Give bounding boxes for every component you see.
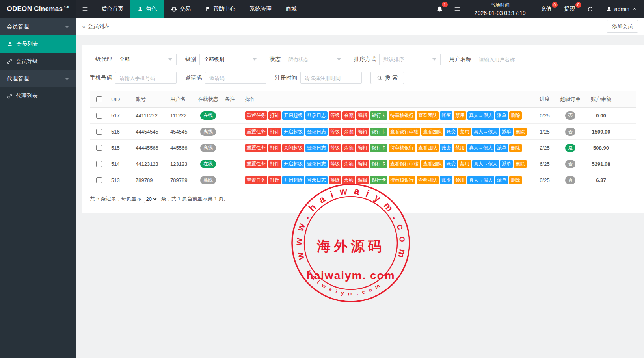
filter-select[interactable]: 全部级别 xyxy=(199,54,261,65)
action-button[interactable]: 余额 xyxy=(342,128,355,136)
action-button[interactable]: 查看团队 xyxy=(421,128,443,136)
action-button[interactable]: 编辑 xyxy=(356,111,369,120)
withdraw-link[interactable]: 提现 0 xyxy=(558,0,582,18)
action-button[interactable]: 禁用 xyxy=(458,128,471,136)
action-button[interactable]: 余额 xyxy=(342,160,355,168)
refresh-button[interactable] xyxy=(582,0,599,18)
nav-item-5[interactable]: 系统管理 xyxy=(242,0,279,18)
sidebar-item-2[interactable]: 会员列表 xyxy=(0,35,76,53)
action-button[interactable]: 重置任务 xyxy=(245,144,267,152)
action-button[interactable]: 余额 xyxy=(342,111,355,120)
action-button[interactable]: 打针 xyxy=(268,176,281,184)
action-button[interactable]: 开启超级 xyxy=(282,128,304,136)
action-button[interactable]: 删除 xyxy=(509,176,522,184)
action-button[interactable]: 删除 xyxy=(514,128,527,136)
add-member-button[interactable]: 添加会员 xyxy=(607,20,638,33)
action-button[interactable]: 银行卡 xyxy=(370,176,387,184)
action-button[interactable]: 编辑 xyxy=(356,160,369,168)
action-button[interactable]: 待审核银行 xyxy=(389,144,415,152)
action-button[interactable]: 真人→假人 xyxy=(467,111,494,120)
action-button[interactable]: 编辑 xyxy=(356,144,369,152)
action-button[interactable]: 查看团队 xyxy=(417,176,439,184)
action-button[interactable]: 登录日志 xyxy=(305,176,328,184)
action-button[interactable]: 等级 xyxy=(329,176,341,184)
action-button[interactable]: 重置任务 xyxy=(245,128,267,136)
row-checkbox[interactable] xyxy=(96,145,102,151)
action-button[interactable]: 派单 xyxy=(500,160,513,168)
action-button[interactable]: 真人→假人 xyxy=(467,176,494,184)
select-all-checkbox[interactable] xyxy=(96,96,102,102)
action-button[interactable]: 等级 xyxy=(329,111,341,120)
action-button[interactable]: 真人→假人 xyxy=(472,128,499,136)
action-button[interactable]: 登录日志 xyxy=(305,128,328,136)
filter-select[interactable]: 全部 xyxy=(115,54,177,65)
action-button[interactable]: 打针 xyxy=(268,144,281,152)
search-button[interactable]: 搜 索 xyxy=(370,72,404,84)
action-button[interactable]: 查看银行审核 xyxy=(389,128,420,136)
recharge-link[interactable]: 充值 0 xyxy=(534,0,558,18)
action-button[interactable]: 余额 xyxy=(342,144,355,152)
action-button[interactable]: 账变 xyxy=(445,128,457,136)
action-button[interactable]: 重置任务 xyxy=(245,111,267,120)
action-button[interactable]: 银行卡 xyxy=(370,128,387,136)
layout-toggle-button[interactable] xyxy=(449,0,466,18)
action-button[interactable]: 删除 xyxy=(514,160,527,168)
action-button[interactable]: 打针 xyxy=(268,160,281,168)
nav-item-2[interactable]: 角色 xyxy=(130,0,164,18)
action-button[interactable]: 派单 xyxy=(495,176,508,184)
nav-item-6[interactable]: 商城 xyxy=(279,0,304,18)
sidebar-item-5[interactable]: 代理列表 xyxy=(0,87,76,105)
action-button[interactable]: 真人→假人 xyxy=(472,160,499,168)
action-button[interactable]: 查看银行审核 xyxy=(389,160,420,168)
action-button[interactable]: 登录日志 xyxy=(305,144,328,152)
action-button[interactable]: 打针 xyxy=(268,128,281,136)
action-button[interactable]: 查看团队 xyxy=(417,144,439,152)
filter-select[interactable]: 默认排序 xyxy=(379,54,441,65)
action-button[interactable]: 派单 xyxy=(495,111,508,120)
action-button[interactable]: 等级 xyxy=(329,144,341,152)
action-button[interactable]: 账变 xyxy=(440,144,452,152)
nav-item-3[interactable]: 交易 xyxy=(164,0,198,18)
action-button[interactable]: 账变 xyxy=(445,160,457,168)
action-button[interactable]: 重置任务 xyxy=(245,160,267,168)
user-menu[interactable]: admin xyxy=(599,0,644,18)
notifications-button[interactable]: 1 xyxy=(431,0,449,18)
filter-select[interactable]: 所有状态 xyxy=(284,54,345,65)
action-button[interactable]: 待审核银行 xyxy=(389,176,415,184)
action-button[interactable]: 银行卡 xyxy=(370,160,387,168)
row-checkbox[interactable] xyxy=(96,177,102,183)
action-button[interactable]: 禁用 xyxy=(454,111,466,120)
filter-input[interactable] xyxy=(300,72,362,84)
action-button[interactable]: 待审核银行 xyxy=(389,111,415,120)
action-button[interactable]: 派单 xyxy=(500,128,513,136)
menu-toggle-button[interactable] xyxy=(76,0,94,18)
action-button[interactable]: 登录日志 xyxy=(305,111,328,120)
page-size-select[interactable]: 20 xyxy=(144,195,158,203)
action-button[interactable]: 重置任务 xyxy=(245,176,267,184)
nav-item-1[interactable]: 后台首页 xyxy=(94,0,130,18)
action-button[interactable]: 派单 xyxy=(495,144,508,152)
action-button[interactable]: 禁用 xyxy=(458,160,471,168)
filter-input[interactable] xyxy=(205,72,266,84)
action-button[interactable]: 真人→假人 xyxy=(467,144,494,152)
action-button[interactable]: 开启超级 xyxy=(282,111,304,120)
action-button[interactable]: 登录日志 xyxy=(305,160,328,168)
sidebar-group-4[interactable]: 代理管理 xyxy=(0,70,76,87)
sidebar-group-1[interactable]: 会员管理 xyxy=(0,18,76,35)
action-button[interactable]: 删除 xyxy=(509,111,522,120)
action-button[interactable]: 关闭超级 xyxy=(282,144,304,152)
nav-item-4[interactable]: 帮助中心 xyxy=(198,0,242,18)
action-button[interactable]: 查看团队 xyxy=(421,160,443,168)
action-button[interactable]: 余额 xyxy=(342,176,355,184)
action-button[interactable]: 编辑 xyxy=(356,128,369,136)
action-button[interactable]: 账变 xyxy=(440,176,452,184)
action-button[interactable]: 开启超级 xyxy=(282,176,304,184)
action-button[interactable]: 编辑 xyxy=(356,176,369,184)
action-button[interactable]: 禁用 xyxy=(454,144,466,152)
row-checkbox[interactable] xyxy=(96,113,102,119)
filter-input[interactable] xyxy=(115,72,177,84)
sidebar-item-3[interactable]: 会员等级 xyxy=(0,53,76,70)
row-checkbox[interactable] xyxy=(96,161,102,167)
action-button[interactable]: 禁用 xyxy=(454,176,466,184)
filter-input[interactable] xyxy=(475,54,536,65)
